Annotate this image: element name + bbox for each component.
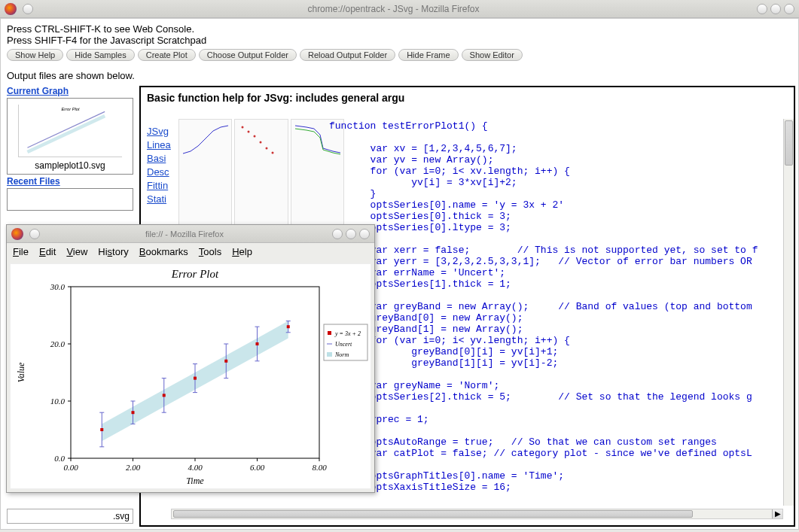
link-basi[interactable]: Basi xyxy=(147,152,177,166)
hide-samples-button[interactable]: Hide Samples xyxy=(66,49,134,61)
hide-frame-button[interactable]: Hide Frame xyxy=(398,49,458,61)
svg-text:10.0: 10.0 xyxy=(50,397,66,406)
link-jsvg[interactable]: JSvg xyxy=(147,125,177,138)
svg-text:Error Plot: Error Plot xyxy=(171,268,219,280)
left-sidebar: Current Graph Error Plot sampleplot10.sv… xyxy=(7,86,133,212)
svg-text:6.00: 6.00 xyxy=(250,463,265,472)
popup-window: file:// - Mozilla Firefox File Edit View… xyxy=(6,224,375,493)
popup-title: file:// - Mozilla Firefox xyxy=(40,230,329,239)
vscroll-thumb[interactable] xyxy=(785,120,793,166)
output-label: Output files are shown below. xyxy=(1,64,798,86)
svg-text:Time: Time xyxy=(186,476,204,486)
svg-rect-65 xyxy=(132,411,135,414)
error-plot: Error Plot0.010.020.030.00.002.004.006.0… xyxy=(10,263,371,489)
svg-point-6 xyxy=(260,141,262,144)
menu-bookmarks[interactable]: Bookmarks xyxy=(139,246,188,257)
horizontal-scrollbar[interactable]: ▶ xyxy=(171,509,783,519)
create-plot-button[interactable]: Create Plot xyxy=(138,49,196,61)
svg-point-8 xyxy=(272,152,274,154)
svg-rect-81 xyxy=(256,342,259,345)
popup-minimize-button[interactable] xyxy=(332,229,343,239)
menu-edit[interactable]: Edit xyxy=(39,246,56,257)
svg-point-3 xyxy=(242,126,244,129)
svg-text:Norm: Norm xyxy=(334,351,349,358)
chart-svg: Error Plot0.010.020.030.00.002.004.006.0… xyxy=(11,264,372,488)
svg-text:y = 3x + 2: y = 3x + 2 xyxy=(334,330,361,337)
svg-text:Value: Value xyxy=(16,362,26,382)
menu-file[interactable]: File xyxy=(13,246,29,257)
svg-rect-77 xyxy=(224,360,227,363)
show-help-button[interactable]: Show Help xyxy=(7,49,63,61)
help-text: Press CTRL-SHIFT-K to see Web Console. P… xyxy=(1,19,798,47)
popup-menu-icon[interactable] xyxy=(29,229,40,239)
scroll-right-arrow[interactable]: ▶ xyxy=(772,509,782,518)
code-block: function testErrorPlot1() { var xv = [1,… xyxy=(329,120,780,504)
main-titlebar: chrome://opentrack - JSvg - Mozilla Fire… xyxy=(0,0,799,18)
minimize-button[interactable] xyxy=(757,4,767,14)
svg-text:8.00: 8.00 xyxy=(312,463,327,472)
sample-chart-1[interactable] xyxy=(178,119,232,236)
menu-circle-icon[interactable] xyxy=(23,4,33,14)
svg-text:20.0: 20.0 xyxy=(50,339,66,348)
svg-text:30.0: 30.0 xyxy=(50,282,66,291)
choose-output-folder-button[interactable]: Choose Output Folder xyxy=(199,49,297,61)
popup-titlebar: file:// - Mozilla Firefox xyxy=(7,225,374,243)
svg-rect-85 xyxy=(287,325,290,328)
current-graph-thumb[interactable]: Error Plot sampleplot10.svg xyxy=(7,98,133,175)
link-stati[interactable]: Stati xyxy=(147,193,177,206)
sample-charts-grid xyxy=(178,119,344,209)
popup-maximize-button[interactable] xyxy=(346,229,356,239)
svg-text:Uncert: Uncert xyxy=(335,341,352,348)
help-line-1: Press CTRL-SHIFT-K to see Web Console. xyxy=(7,23,792,35)
toolbar: Show Help Hide Samples Create Plot Choos… xyxy=(1,47,798,64)
menu-view[interactable]: View xyxy=(66,246,87,257)
menu-tools[interactable]: Tools xyxy=(199,246,221,257)
svg-line-0 xyxy=(27,111,105,147)
svg-text:0.0: 0.0 xyxy=(54,454,65,463)
svg-text:Error Plot: Error Plot xyxy=(61,107,79,111)
close-button[interactable] xyxy=(784,4,794,14)
file-input-row xyxy=(7,509,133,524)
link-linea[interactable]: Linea xyxy=(147,138,177,152)
svg-rect-69 xyxy=(163,394,166,397)
svg-rect-61 xyxy=(100,428,103,431)
popup-close-button[interactable] xyxy=(359,229,370,239)
doc-title: Basic function help for JSvg: includes g… xyxy=(141,87,794,108)
svg-line-1 xyxy=(27,116,105,152)
svg-text:4.00: 4.00 xyxy=(188,463,203,472)
help-line-2: Press SHIFT-F4 for the Javascript Scratc… xyxy=(7,35,792,46)
maximize-button[interactable] xyxy=(770,4,781,14)
svg-rect-73 xyxy=(194,377,197,380)
svg-text:2.00: 2.00 xyxy=(126,463,141,472)
recent-file-thumb[interactable] xyxy=(7,188,133,211)
hscroll-thumb[interactable] xyxy=(173,510,693,518)
filename-input[interactable] xyxy=(7,509,133,524)
menu-history[interactable]: History xyxy=(98,246,128,257)
reload-output-folder-button[interactable]: Reload Output Folder xyxy=(300,49,395,61)
window-title: chrome://opentrack - JSvg - Mozilla Fire… xyxy=(33,4,754,14)
link-fittin[interactable]: Fittin xyxy=(147,179,177,193)
doc-links: JSvg Linea Basi Desc Fittin Stati xyxy=(147,125,177,206)
show-editor-button[interactable]: Show Editor xyxy=(462,49,523,61)
thumb-filename: sampleplot10.svg xyxy=(8,160,133,171)
link-desc[interactable]: Desc xyxy=(147,166,177,179)
sample-chart-2[interactable] xyxy=(234,119,288,236)
recent-files-heading[interactable]: Recent Files xyxy=(7,176,133,187)
firefox-icon xyxy=(11,228,23,240)
popup-menubar: File Edit View History Bookmarks Tools H… xyxy=(7,243,374,260)
firefox-icon xyxy=(5,3,17,15)
vertical-scrollbar[interactable] xyxy=(783,119,794,506)
svg-point-7 xyxy=(266,147,268,150)
svg-rect-87 xyxy=(328,331,331,335)
current-graph-heading[interactable]: Current Graph xyxy=(7,86,133,96)
svg-point-5 xyxy=(254,135,256,138)
svg-rect-91 xyxy=(327,352,332,357)
svg-text:0.00: 0.00 xyxy=(63,463,78,472)
menu-help[interactable]: Help xyxy=(232,246,252,257)
svg-point-4 xyxy=(248,131,250,133)
